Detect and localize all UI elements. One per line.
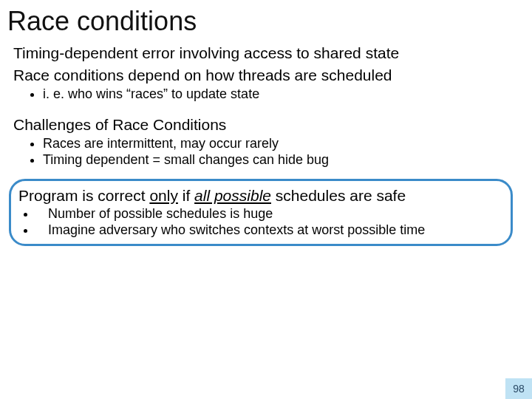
slide-title: Race conditions <box>0 0 532 40</box>
definition-para-2: Race conditions depend on how threads ar… <box>13 66 412 84</box>
slide: Race conditions Timing-dependent error i… <box>0 0 532 399</box>
challenges-bullets: Races are intermittent, may occur rarely… <box>13 134 519 168</box>
definition-para-1: Timing-dependent error involving access … <box>13 44 412 62</box>
callout-box: Program is correct only if all possible … <box>9 179 513 246</box>
callout-text-mid: if <box>178 187 194 204</box>
bullet-item: Races are intermittent, may occur rarely <box>43 135 519 152</box>
challenges-heading: Challenges of Race Conditions <box>13 116 412 134</box>
callout-text-pre: Program is correct <box>18 187 149 204</box>
callout-text-all-possible: all possible <box>194 187 271 204</box>
callout-text-post: schedules are safe <box>271 187 406 204</box>
slide-body: Timing-dependent error involving access … <box>0 44 532 246</box>
callout-text-only: only <box>149 187 178 204</box>
bullet-item: Timing dependent = small changes can hid… <box>43 151 519 168</box>
page-number-badge: 98 <box>505 378 532 399</box>
callout-text: Program is correct only if all possible … <box>18 187 484 205</box>
bullet-item: Imagine adversary who switches contexts … <box>36 222 503 239</box>
bullet-item: Number of possible schedules is huge <box>36 206 503 222</box>
bullet-item: i. e. who wins “races” to update state <box>43 86 519 103</box>
callout-bullets: Number of possible schedules is huge Ima… <box>18 205 503 238</box>
definition-bullets: i. e. who wins “races” to update state <box>13 84 519 103</box>
